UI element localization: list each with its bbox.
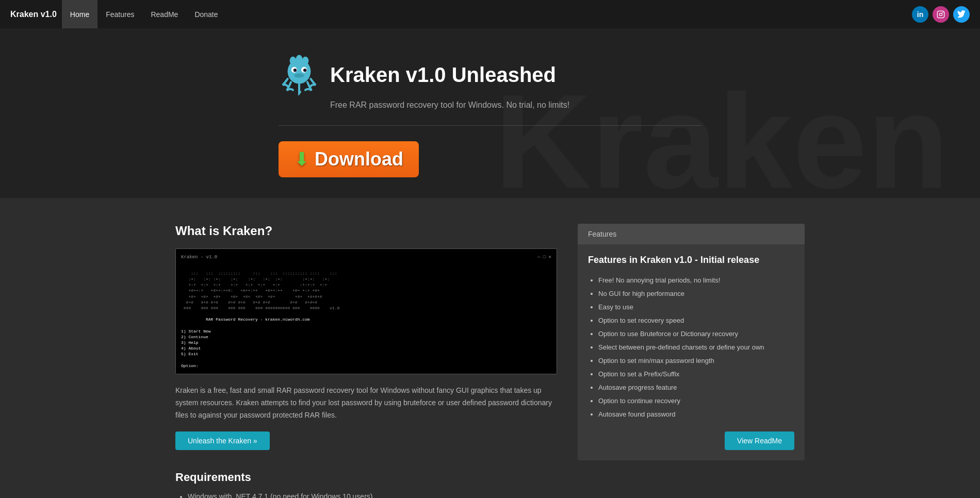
feature-item-7: Option to set min/max password length <box>598 354 794 368</box>
feature-item-9: Autosave progress feature <box>598 381 794 394</box>
right-column: Features Features in Kraken v1.0 - Initi… <box>578 224 805 460</box>
download-arrow-icon: ⬇ <box>294 150 309 169</box>
svg-point-8 <box>294 74 304 78</box>
instagram-icon[interactable] <box>933 6 949 23</box>
hero-title: Kraken v1.0 Unleashed <box>330 63 556 87</box>
feature-item-10: Option to continue recovery <box>598 394 794 408</box>
app-screenshot: Kraken - v1.0 — □ ✕ ::: ::: ::::::::: ::… <box>175 248 557 374</box>
feature-item-6: Select between pre-defined charsets or d… <box>598 341 794 354</box>
svg-point-10 <box>296 55 303 63</box>
svg-point-7 <box>303 69 306 72</box>
download-button[interactable]: ⬇ Download <box>279 141 419 177</box>
kraken-description: Kraken is a free, fast and small RAR pas… <box>175 385 557 421</box>
feature-item-4: Option to set recovery speed <box>598 314 794 327</box>
nav-link-home[interactable]: Home <box>62 0 97 28</box>
features-body: Features in Kraken v1.0 - Initial releas… <box>578 244 805 460</box>
features-list: Free! No annoying trial periods, no limi… <box>588 274 794 421</box>
screenshot-controls: — □ ✕ <box>537 254 551 261</box>
twitter-icon[interactable] <box>953 6 970 23</box>
nav-links: Home Features ReadMe Donate <box>62 0 912 28</box>
feature-item-3: Easy to use <box>598 301 794 314</box>
features-box: Features Features in Kraken v1.0 - Initi… <box>578 224 805 460</box>
view-readme-button[interactable]: View ReadMe <box>725 431 794 450</box>
features-title: Features in Kraken v1.0 - Initial releas… <box>588 255 794 265</box>
feature-item-11: Autosave found password <box>598 408 794 421</box>
linkedin-icon[interactable]: in <box>912 6 928 23</box>
main-content: What is Kraken? Kraken - v1.0 — □ ✕ ::: … <box>0 198 980 498</box>
feature-item-1: Free! No annoying trial periods, no limi… <box>598 274 794 287</box>
requirements-title: Requirements <box>175 471 557 484</box>
req-item-1: Windows with .NET 4.7.1 (no need for Win… <box>188 490 557 498</box>
nav-link-features[interactable]: Features <box>97 0 142 28</box>
svg-point-1 <box>939 13 942 15</box>
nav-link-readme[interactable]: ReadMe <box>142 0 186 28</box>
nav-brand: Kraken v1.0 <box>10 10 57 19</box>
features-header: Features <box>578 224 805 244</box>
requirements-list: Windows with .NET 4.7.1 (no need for Win… <box>175 490 557 498</box>
feature-item-5: Option to use Bruteforce or Dictionary r… <box>598 327 794 341</box>
screenshot-title: Kraken - v1.0 <box>181 254 217 261</box>
nav-link-donate[interactable]: Donate <box>186 0 226 28</box>
left-column: What is Kraken? Kraken - v1.0 — □ ✕ ::: … <box>175 224 557 498</box>
svg-point-2 <box>942 12 943 13</box>
screenshot-content: ::: ::: ::::::::: ::: ::: :::::::::: :::… <box>181 265 551 369</box>
svg-point-11 <box>302 57 309 65</box>
svg-rect-0 <box>937 11 944 18</box>
kraken-logo <box>279 54 320 95</box>
unleash-button[interactable]: Unleash the Kraken » <box>175 431 270 450</box>
hero-section: Kraken <box>0 28 980 198</box>
svg-point-6 <box>293 69 297 72</box>
navbar: Kraken v1.0 Home Features ReadMe Donate … <box>0 0 980 28</box>
feature-item-2: No GUI for high performance <box>598 287 794 301</box>
svg-point-9 <box>290 57 297 65</box>
what-is-kraken-title: What is Kraken? <box>175 224 557 238</box>
hero-divider <box>279 125 701 126</box>
download-label: Download <box>315 148 403 170</box>
feature-item-8: Option to set a Prefix/Suffix <box>598 368 794 381</box>
social-links: in <box>912 6 970 23</box>
hero-subtitle: Free RAR password recovery tool for Wind… <box>330 101 701 110</box>
